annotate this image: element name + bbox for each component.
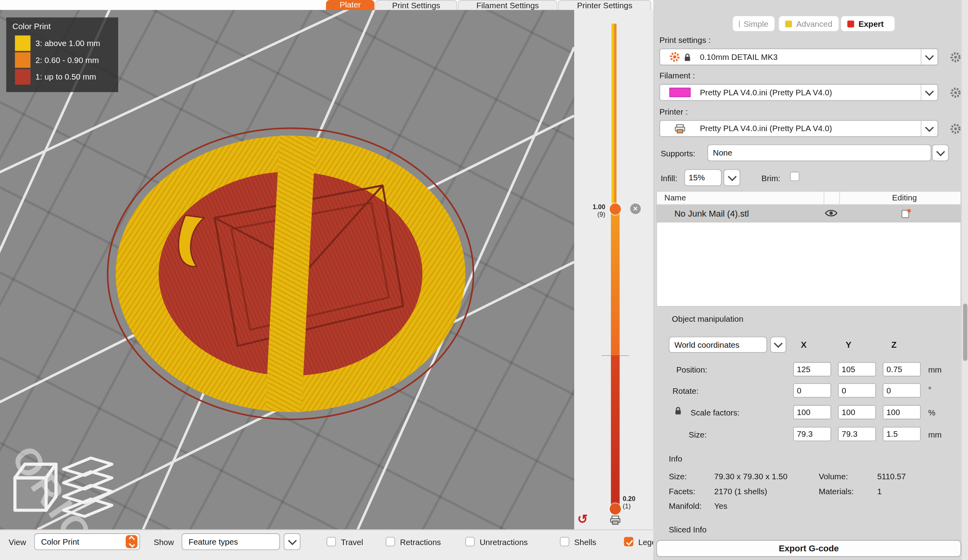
scale-label: Scale factors: — [690, 408, 739, 417]
show-type-dropdown-button[interactable] — [284, 533, 300, 550]
editing-icon[interactable] — [901, 208, 911, 219]
color-print-legend: Color Print 3: above 1.00 mm 2: 0.60 - 0… — [6, 17, 118, 92]
eye-icon[interactable] — [825, 208, 838, 218]
chevron-down-icon — [925, 123, 934, 132]
show-type-select[interactable]: Feature types — [182, 533, 280, 550]
rotate-z-input[interactable] — [883, 383, 921, 397]
coordinates-dropdown-button[interactable] — [770, 337, 786, 353]
brim-checkbox[interactable] — [790, 172, 799, 181]
info-size-label: Size: — [669, 472, 687, 481]
retractions-checkbox[interactable] — [386, 537, 395, 547]
filament-select[interactable]: Pretty PLA V4.0.ini (Pretty PLA V4.0) — [659, 84, 938, 101]
view-toolbar: View Color Print Show Feature types Trav… — [0, 530, 653, 560]
legend-swatch-red — [15, 69, 30, 85]
column-divider — [839, 192, 840, 204]
legend-checkbox[interactable] — [624, 537, 633, 547]
export-gcode-button[interactable]: Export G-code — [656, 540, 961, 557]
printer-dropdown[interactable] — [921, 121, 938, 137]
layers-icon[interactable] — [58, 456, 117, 523]
view-mode-value: Color Print — [41, 537, 79, 547]
tab-print-settings[interactable]: Print Settings — [375, 0, 458, 11]
shells-checkbox[interactable] — [560, 537, 569, 547]
tab-printer-settings[interactable]: Printer Settings — [558, 0, 651, 11]
axis-x-label: X — [797, 340, 810, 350]
viewport-3d[interactable]: Color Print 3: above 1.00 mm 2: 0.60 - 0… — [0, 10, 574, 529]
tab-plater[interactable]: Plater — [326, 0, 375, 11]
layer-slider-handle-top[interactable] — [610, 204, 621, 215]
infill-select[interactable]: 15% — [684, 169, 722, 186]
panel-scrollbar[interactable] — [961, 0, 968, 560]
print-settings-label: Print settings : — [659, 35, 710, 45]
mode-simple-button[interactable]: Simple — [733, 16, 775, 31]
info-manifold-label: Manifold: — [669, 501, 701, 511]
layer-slider-handle-bottom[interactable] — [610, 503, 621, 514]
travel-checkbox[interactable] — [326, 537, 336, 547]
view-label: View — [9, 538, 26, 547]
info-title: Info — [669, 454, 682, 464]
print-settings-select[interactable]: 0.10mm DETAIL MK3 — [659, 48, 938, 65]
filament-gear-icon[interactable] — [950, 87, 961, 98]
rotate-x-input[interactable] — [793, 383, 831, 397]
column-editing[interactable]: Editing — [892, 193, 917, 202]
info-volume-value: 5110.57 — [877, 472, 906, 481]
mode-advanced-button[interactable]: Advanced — [779, 16, 839, 31]
scale-x-input[interactable] — [793, 405, 831, 419]
printer-select[interactable]: Pretty PLA V4.0.ini (Pretty PLA V4.0) — [659, 120, 938, 137]
layer-slider-track-upper2[interactable] — [614, 24, 616, 209]
show-type-value: Feature types — [189, 537, 238, 547]
infill-label: Infill: — [661, 174, 677, 183]
mode-expert-button[interactable]: Expert — [841, 16, 895, 31]
layer-bottom-height: 0.20 — [623, 495, 635, 502]
infill-dropdown-button[interactable] — [723, 169, 740, 186]
view-mode-stepper[interactable] — [126, 535, 137, 548]
chevron-down-icon — [727, 172, 736, 181]
print-settings-dropdown[interactable] — [921, 49, 938, 65]
view-mode-select[interactable]: Color Print — [34, 533, 140, 550]
size-x-input[interactable] — [793, 427, 831, 441]
printer-gear-icon[interactable] — [950, 123, 961, 134]
legend-title: Color Print — [13, 22, 113, 31]
scale-z-input[interactable] — [883, 405, 921, 419]
print-preview-icon[interactable] — [610, 515, 621, 525]
legend-item: 1: up to 0.50 mm — [15, 69, 113, 85]
coordinates-select[interactable]: World coordinates — [669, 337, 767, 353]
position-z-input[interactable] — [883, 362, 921, 376]
unretractions-checkbox[interactable] — [465, 537, 475, 547]
close-colorchange-icon[interactable]: × — [630, 204, 641, 214]
info-size-value: 79.30 x 79.30 x 1.50 — [714, 472, 787, 481]
column-name[interactable]: Name — [664, 193, 686, 202]
size-y-input[interactable] — [838, 427, 876, 441]
position-x-input[interactable] — [793, 362, 831, 376]
print-settings-gear-icon[interactable] — [950, 52, 961, 63]
layer-range-red[interactable] — [611, 355, 619, 509]
legend-checkbox-label: Legend — [638, 538, 653, 547]
filament-dropdown[interactable] — [921, 85, 938, 100]
scrollbar-thumb[interactable] — [963, 304, 967, 361]
info-volume-label: Volume: — [819, 472, 848, 481]
legend-label: 2: 0.60 - 0.90 mm — [35, 52, 99, 68]
legend-swatch-yellow — [15, 35, 30, 51]
rotate-y-input[interactable] — [838, 383, 876, 397]
layer-range-orange[interactable] — [611, 209, 619, 355]
legend-item: 3: above 1.00 mm — [15, 35, 113, 51]
sidebar: Simple Advanced Expert Print settings : — [653, 0, 961, 560]
filament-color-swatch — [669, 88, 691, 97]
scale-y-input[interactable] — [838, 405, 876, 419]
print-settings-value: 0.10mm DETAIL MK3 — [700, 52, 921, 62]
tab-filament-settings[interactable]: Filament Settings — [458, 0, 558, 11]
retractions-label: Retractions — [400, 538, 441, 547]
position-y-input[interactable] — [838, 362, 876, 376]
chevron-up-icon — [128, 536, 135, 542]
shells-label: Shells — [574, 538, 596, 547]
info-facets-value: 2170 (1 shells) — [714, 487, 767, 496]
supports-select[interactable]: None — [707, 145, 931, 161]
advanced-mode-icon — [785, 20, 792, 27]
scale-lock-icon[interactable] — [674, 406, 682, 415]
size-z-input[interactable] — [883, 427, 921, 441]
object-row[interactable]: No Junk Mail (4).stl — [657, 205, 961, 222]
mode-simple-label: Simple — [744, 19, 768, 28]
mode-expert-label: Expert — [859, 19, 884, 28]
undo-icon[interactable]: ↺ — [577, 512, 588, 527]
view-cube-icon[interactable] — [11, 454, 59, 519]
supports-dropdown-button[interactable] — [932, 145, 949, 161]
